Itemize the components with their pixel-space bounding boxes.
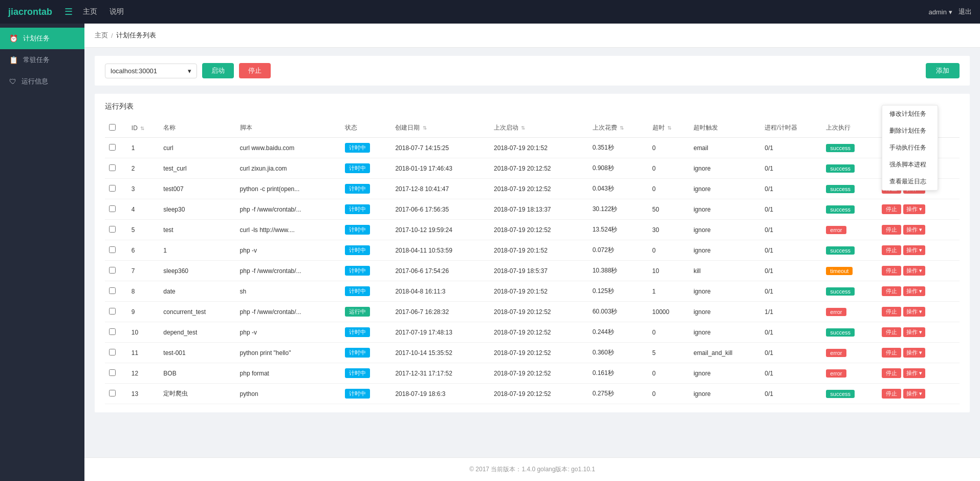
table-row: 2 test_curl curl zixun.jia.com 计时中 2018-… [105,158,960,179]
add-button[interactable]: 添加 [926,63,960,78]
stop-task-button[interactable]: 停止 [882,307,901,317]
dropdown-menu-item[interactable]: 强杀脚本进程 [882,156,938,173]
stop-task-button[interactable]: 停止 [882,389,901,399]
sidebar-item-daemon[interactable]: 📋 常驻任务 [0,49,84,71]
row-process: 0/1 [760,199,822,220]
action-dropdown-button[interactable]: 操作 ▾ [903,327,925,337]
row-actions: 停止 操作 ▾ [878,384,960,404]
col-checkbox [105,118,127,138]
nav-link-home[interactable]: 主页 [83,7,97,16]
row-id: 9 [127,302,159,322]
nav-link-docs[interactable]: 说明 [110,7,124,16]
row-id: 8 [127,281,159,302]
row-timeout-trigger: ignore [689,281,760,302]
user-dropdown-icon: ▾ [949,8,952,16]
row-last-start: 2018-07-19 20:12:52 [490,220,589,240]
sidebar-item-runtime[interactable]: 🛡 运行信息 [0,71,84,92]
table-row: 7 sleep360 php -f /www/crontab/... 计时中 2… [105,261,960,281]
row-created: 2017-07-19 17:48:13 [391,322,490,343]
action-dropdown-button[interactable]: 操作 ▾ [903,307,925,317]
row-checkbox[interactable] [109,390,116,396]
select-all-checkbox[interactable] [109,124,116,131]
user-menu[interactable]: admin ▾ [929,8,952,16]
row-name: 定时爬虫 [159,384,235,404]
menu-icon[interactable]: ☰ [64,6,73,17]
action-dropdown-button[interactable]: 操作 ▾ [903,204,925,214]
start-button[interactable]: 启动 [202,63,234,78]
row-timeout: 10 [648,261,690,281]
stop-task-button[interactable]: 停止 [882,348,901,358]
content-body: localhost:30001 ▾ 启动 停止 添加 运行列表 ID ⇅ 名称 [84,48,980,457]
status-badge: 计时中 [345,163,370,173]
action-dropdown-button[interactable]: 操作 ▾ [903,266,925,276]
timeout-sort-icon: ⇅ [667,125,671,131]
server-select[interactable]: localhost:30001 ▾ [105,64,197,78]
dropdown-menu-item[interactable]: 查看最近日志 [882,173,938,190]
row-checkbox[interactable] [109,267,116,274]
status-badge: 计时中 [345,245,370,255]
row-last-exec: success [822,138,877,158]
row-checkbox[interactable] [109,287,116,294]
top-navigation: jiacrontab ☰ 主页 说明 admin ▾ 退出 [0,0,980,24]
row-checkbox[interactable] [109,164,116,171]
action-cell: 停止 操作 ▾ [882,389,955,399]
table-section: 运行列表 ID ⇅ 名称 脚本 状态 创建日期 ⇅ 上次启动 ⇅ 上次花费 ⇅ [95,94,970,412]
stop-task-button[interactable]: 停止 [882,368,901,378]
row-last-cost: 0.244秒 [589,322,648,343]
stop-task-button[interactable]: 停止 [882,266,901,276]
row-id: 3 [127,179,159,199]
action-dropdown-button[interactable]: 操作 ▾ [903,389,925,399]
row-checkbox[interactable] [109,369,116,376]
breadcrumb-home[interactable]: 主页 [95,31,108,40]
exec-badge: success [826,185,855,193]
stop-task-button[interactable]: 停止 [882,225,901,235]
row-status: 计时中 [341,199,391,220]
logout-button[interactable]: 退出 [959,7,972,16]
created-sort-icon: ⇅ [423,125,427,131]
action-cell: 停止 操作 ▾ [882,348,955,358]
row-status: 计时中 [341,384,391,404]
dropdown-menu-item[interactable]: 删除计划任务 [882,122,938,139]
stop-task-button[interactable]: 停止 [882,327,901,337]
action-dropdown-button[interactable]: 操作 ▾ [903,368,925,378]
row-checkbox[interactable] [109,205,116,212]
action-dropdown-button[interactable]: 操作 ▾ [903,286,925,296]
tasks-table: ID ⇅ 名称 脚本 状态 创建日期 ⇅ 上次启动 ⇅ 上次花费 ⇅ 超时 ⇅ … [105,118,960,404]
row-last-exec: error [822,363,877,384]
row-checkbox[interactable] [109,328,116,335]
row-last-cost: 10.388秒 [589,261,648,281]
action-dropdown-button[interactable]: 操作 ▾ [903,225,925,235]
row-created: 2018-07-7 14:15:25 [391,138,490,158]
row-status: 计时中 [341,220,391,240]
stop-task-button[interactable]: 停止 [882,204,901,214]
row-checkbox[interactable] [109,185,116,192]
row-checkbox[interactable] [109,308,116,315]
row-last-exec: error [822,220,877,240]
status-badge: 计时中 [345,389,370,399]
row-name: curl [159,138,235,158]
exec-badge: error [826,308,846,316]
action-cell: 停止 操作 ▲ 修改计划任务删除计划任务手动执行任务强杀脚本进程查看最近日志 [882,143,955,153]
stop-task-button[interactable]: 停止 [882,286,901,296]
dropdown-menu-item[interactable]: 修改计划任务 [882,106,938,122]
stop-task-button[interactable]: 停止 [882,245,901,255]
row-actions: 停止 操作 ▾ [878,322,960,343]
action-dropdown-button[interactable]: 操作 ▾ [903,245,925,255]
row-checkbox-cell [105,179,127,199]
action-dropdown-button[interactable]: 操作 ▾ [903,348,925,358]
row-status: 计时中 [341,138,391,158]
row-checkbox[interactable] [109,226,116,233]
status-badge: 运行中 [345,307,370,317]
row-checkbox[interactable] [109,246,116,253]
row-last-start: 2018-07-19 20:1:52 [490,240,589,261]
row-timeout: 10000 [648,302,690,322]
dropdown-menu-item[interactable]: 手动执行任务 [882,139,938,156]
row-last-cost: 0.072秒 [589,240,648,261]
row-timeout-trigger: ignore [689,220,760,240]
row-checkbox[interactable] [109,349,116,355]
sidebar-item-scheduled[interactable]: ⏰ 计划任务 [0,28,84,49]
stop-button[interactable]: 停止 [239,63,271,78]
row-last-exec: success [822,179,877,199]
row-checkbox[interactable] [109,144,116,151]
row-id: 6 [127,240,159,261]
